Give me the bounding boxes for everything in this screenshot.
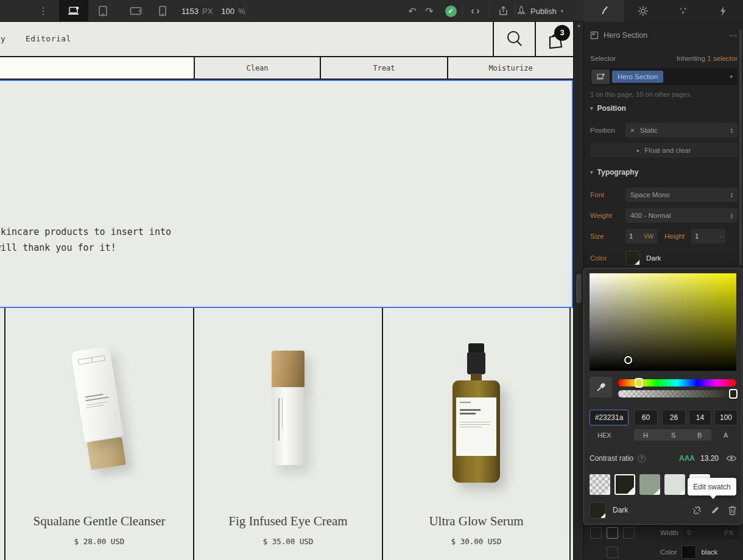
weight-value: 400 - Normal bbox=[630, 212, 671, 219]
cart-button[interactable]: 3 bbox=[535, 22, 573, 56]
search-button[interactable] bbox=[493, 22, 535, 56]
canvas-scrollbar-thumb[interactable] bbox=[576, 274, 582, 303]
product-price: $ 30.00 USD bbox=[383, 537, 569, 546]
border-side-icon[interactable] bbox=[607, 547, 618, 558]
unlink-swatch-icon[interactable] bbox=[692, 505, 702, 516]
alpha-slider[interactable] bbox=[618, 390, 736, 397]
stepper-icon: ▴▾ bbox=[731, 192, 733, 198]
undo-button[interactable]: ↶ bbox=[403, 0, 421, 22]
panel-scrollbar-thumb[interactable] bbox=[739, 29, 742, 265]
font-color-value[interactable]: Dark bbox=[646, 254, 661, 262]
hero-section-selected[interactable]: skincare products to insert intowill tha… bbox=[0, 80, 573, 308]
border-right-icon[interactable] bbox=[623, 527, 635, 539]
sb-handle[interactable] bbox=[624, 356, 632, 364]
help-icon[interactable]: ? bbox=[638, 455, 646, 463]
contrast-preview-eye-icon[interactable] bbox=[726, 455, 737, 462]
category-tab-clean[interactable]: Clean bbox=[194, 57, 320, 79]
code-export-button[interactable]: ‹› bbox=[464, 0, 488, 22]
product-name[interactable]: Squalane Gentle Cleanser bbox=[5, 514, 193, 529]
category-tab-treat[interactable]: Treat bbox=[320, 57, 447, 79]
nav-item-editorial[interactable]: Editorial bbox=[26, 34, 71, 43]
selector-class-pill[interactable]: Hero Section bbox=[612, 71, 663, 83]
zoom-value[interactable]: 100 bbox=[221, 7, 234, 16]
border-left-icon[interactable] bbox=[590, 527, 602, 539]
border-color-swatch[interactable] bbox=[681, 545, 696, 559]
hex-input[interactable]: #23231a bbox=[590, 410, 629, 425]
selector-caret-icon[interactable]: ▾ bbox=[730, 74, 733, 80]
float-and-clear-toggle[interactable]: ▸ Float and clear bbox=[590, 143, 738, 158]
swatch-sage[interactable] bbox=[639, 474, 660, 495]
tab-style[interactable] bbox=[583, 0, 624, 22]
more-options-icon[interactable]: ⋯ bbox=[729, 30, 738, 40]
category-tab-active[interactable] bbox=[0, 57, 194, 79]
swatch-dark-selected[interactable] bbox=[614, 474, 635, 495]
scroll-up-arrow-icon[interactable]: ▲ bbox=[574, 23, 584, 27]
alpha-handle[interactable] bbox=[729, 389, 738, 399]
product-price: $ 28.00 USD bbox=[5, 537, 193, 546]
border-color-value[interactable]: black bbox=[701, 548, 717, 556]
height-input[interactable]: 1 - bbox=[691, 229, 725, 243]
swatch-light[interactable] bbox=[664, 474, 685, 495]
delete-swatch-trash-icon[interactable] bbox=[728, 505, 737, 516]
nav-item-clipped[interactable]: y bbox=[1, 34, 5, 43]
swatch-transparent[interactable] bbox=[590, 474, 610, 495]
s-mode-label[interactable]: S bbox=[671, 432, 675, 439]
tab-settings[interactable] bbox=[624, 0, 664, 22]
active-swatch-name[interactable]: Dark bbox=[613, 506, 628, 514]
position-section-header[interactable]: ▾ Position bbox=[590, 104, 738, 113]
border-width-unit[interactable]: PX bbox=[724, 529, 733, 536]
hue-input[interactable]: 60 bbox=[634, 410, 658, 425]
inheriting-label: Inheriting bbox=[677, 55, 705, 62]
breakpoint-desktop-button[interactable] bbox=[59, 0, 88, 22]
product-name[interactable]: Ultra Glow Serum bbox=[383, 514, 569, 529]
h-mode-label[interactable]: H bbox=[643, 432, 648, 439]
size-unit[interactable]: VW bbox=[644, 233, 653, 240]
breakpoint-phone-landscape-button[interactable] bbox=[121, 0, 150, 22]
weight-select[interactable]: 400 - Normal ▴▾ bbox=[625, 208, 738, 223]
font-select[interactable]: Space Mono ▴▾ bbox=[625, 187, 738, 202]
border-width-input[interactable]: 0 PX bbox=[683, 526, 738, 539]
breakpoint-tablet-button[interactable] bbox=[88, 0, 118, 22]
inheriting-count[interactable]: 1 selector bbox=[707, 55, 738, 62]
saved-check-icon: ✓ bbox=[445, 5, 457, 17]
share-button[interactable] bbox=[491, 0, 515, 22]
brightness-input[interactable]: 14 bbox=[689, 410, 711, 425]
a-mode-label[interactable]: A bbox=[724, 432, 728, 439]
b-mode-label[interactable]: B bbox=[697, 432, 702, 439]
redo-button[interactable]: ↷ bbox=[420, 0, 438, 22]
saturation-brightness-area[interactable] bbox=[590, 273, 736, 371]
size-input[interactable]: 1 VW bbox=[625, 229, 657, 243]
font-color-swatch[interactable] bbox=[625, 251, 640, 265]
hue-handle[interactable] bbox=[635, 378, 643, 388]
hue-slider[interactable] bbox=[618, 379, 736, 387]
category-tab-moisturize[interactable]: Moisturize bbox=[447, 57, 573, 79]
saturation-input[interactable]: 26 bbox=[662, 410, 686, 425]
product-card-cleanser[interactable]: Squalane Gentle Cleanser $ 28.00 USD bbox=[4, 308, 193, 560]
selector-input[interactable]: Hero Section ▾ bbox=[590, 68, 738, 85]
kebab-menu-icon[interactable]: ⋮ bbox=[35, 0, 51, 22]
active-swatch-thumb[interactable] bbox=[590, 502, 606, 519]
publish-caret-icon: ▾ bbox=[561, 8, 564, 14]
breakpoint-phone-portrait-button[interactable] bbox=[148, 0, 177, 22]
tab-actions[interactable] bbox=[703, 0, 743, 22]
typography-section-header[interactable]: ▾ Typography bbox=[590, 168, 738, 177]
amber-bottle bbox=[452, 380, 500, 483]
save-status-button[interactable]: ✓ bbox=[441, 0, 460, 22]
height-unit[interactable]: - bbox=[720, 233, 722, 240]
canvas-width-value[interactable]: 1153 bbox=[181, 7, 199, 16]
product-card-serum[interactable]: Ultra Glow Serum $ 30.00 USD bbox=[382, 308, 571, 560]
publish-button[interactable]: Publish ▾ bbox=[516, 0, 563, 22]
alpha-input[interactable]: 100 bbox=[714, 410, 738, 425]
inheriting-text[interactable]: Inheriting 1 selector bbox=[677, 55, 738, 62]
canvas-scrollbar[interactable]: ▲ bbox=[573, 22, 583, 560]
tab-interactions[interactable] bbox=[663, 0, 703, 22]
hex-mode-label[interactable]: HEX bbox=[597, 432, 611, 439]
product-card-eye-cream[interactable]: Fig Infused Eye Cream $ 35.00 USD bbox=[193, 308, 382, 560]
eyedropper-button[interactable] bbox=[590, 377, 612, 397]
border-all-icon[interactable] bbox=[607, 527, 618, 539]
position-select[interactable]: × Static ▴▾ bbox=[625, 123, 738, 138]
edit-swatch-pencil-icon[interactable] bbox=[710, 505, 720, 515]
font-row: Font Space Mono ▴▾ bbox=[590, 187, 738, 202]
selector-breakpoint-button[interactable] bbox=[591, 69, 610, 84]
product-name[interactable]: Fig Infused Eye Cream bbox=[194, 514, 382, 529]
